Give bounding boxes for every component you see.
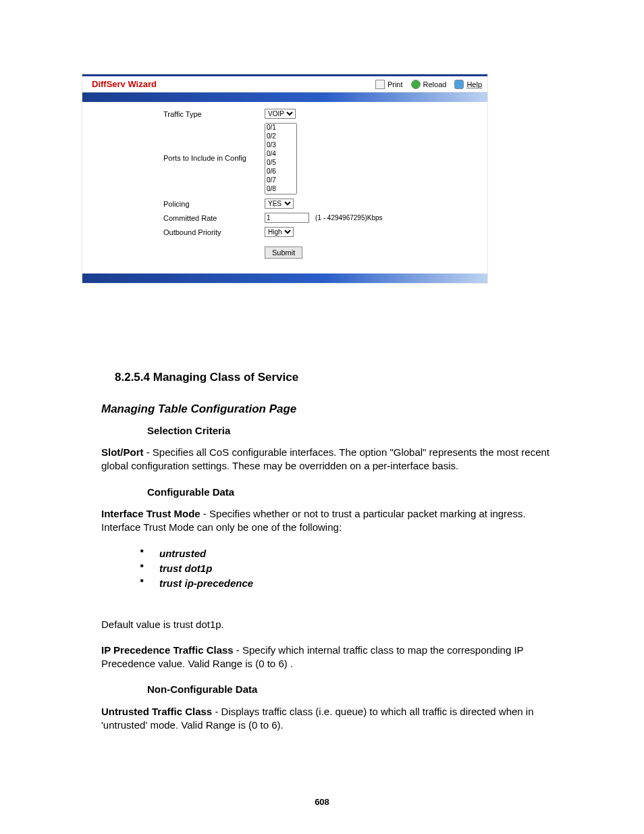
ports-label: Ports to Include in Config bbox=[89, 123, 265, 162]
committed-rate-hint: (1 - 4294967295)Kbps bbox=[315, 214, 383, 221]
outbound-priority-select[interactable]: High bbox=[265, 227, 294, 237]
traffic-type-label: Traffic Type bbox=[89, 109, 265, 118]
trustmode-paragraph: Interface Trust Mode - Specifies whether… bbox=[101, 507, 567, 535]
help-button[interactable]: Help bbox=[454, 80, 482, 89]
screenshot-header: DiffServ Wizard Print Reload Help bbox=[82, 76, 487, 93]
diffserv-screenshot: DiffServ Wizard Print Reload Help Traffi… bbox=[82, 74, 487, 283]
ipprec-paragraph: IP Precedence Traffic Class - Specify wh… bbox=[101, 644, 567, 671]
print-icon bbox=[375, 80, 385, 89]
list-item: trust dot1p bbox=[140, 561, 567, 576]
help-icon bbox=[454, 80, 464, 89]
subsection-heading: Managing Table Configuration Page bbox=[101, 402, 567, 417]
slotport-paragraph: Slot/Port - Specifies all CoS configurab… bbox=[101, 446, 567, 473]
form-body: Traffic Type VOIP Ports to Include in Co… bbox=[82, 102, 487, 273]
print-label: Print bbox=[387, 80, 403, 88]
outbound-priority-label: Outbound Priority bbox=[89, 227, 265, 236]
reload-icon bbox=[411, 80, 421, 89]
reload-button[interactable]: Reload bbox=[411, 80, 447, 89]
nonconfigurable-data-heading: Non-Configurable Data bbox=[147, 683, 567, 696]
submit-button[interactable]: Submit bbox=[265, 246, 302, 259]
policing-label: Policing bbox=[89, 199, 265, 208]
footer-gradient-bar bbox=[82, 273, 487, 283]
list-item: trust ip-precedence bbox=[140, 576, 567, 591]
page-title: DiffServ Wizard bbox=[92, 79, 157, 89]
print-button[interactable]: Print bbox=[375, 80, 403, 89]
traffic-type-select[interactable]: VOIP bbox=[265, 109, 296, 119]
ports-multiselect[interactable]: 0/1 0/2 0/3 0/4 0/5 0/6 0/7 0/8 0/9 0/10 bbox=[265, 123, 297, 194]
default-value-paragraph: Default value is trust dot1p. bbox=[101, 618, 567, 631]
list-item: untrusted bbox=[140, 546, 567, 561]
committed-rate-label: Committed Rate bbox=[89, 213, 265, 222]
page-number: 608 bbox=[0, 797, 644, 807]
document-text: 8.2.5.4 Managing Class of Service Managi… bbox=[101, 370, 567, 744]
document-page: DiffServ Wizard Print Reload Help Traffi… bbox=[0, 0, 644, 834]
reload-label: Reload bbox=[423, 80, 447, 88]
trust-mode-list: untrusted trust dot1p trust ip-precedenc… bbox=[140, 546, 567, 590]
section-heading: 8.2.5.4 Managing Class of Service bbox=[115, 370, 567, 386]
committed-rate-input[interactable] bbox=[265, 213, 309, 223]
help-label: Help bbox=[466, 80, 482, 88]
configurable-data-heading: Configurable Data bbox=[147, 486, 567, 499]
header-gradient-bar bbox=[82, 93, 487, 102]
untrusted-paragraph: Untrusted Traffic Class - Displays traff… bbox=[101, 705, 567, 733]
selection-criteria-heading: Selection Criteria bbox=[147, 424, 567, 438]
policing-select[interactable]: YES bbox=[265, 199, 294, 209]
